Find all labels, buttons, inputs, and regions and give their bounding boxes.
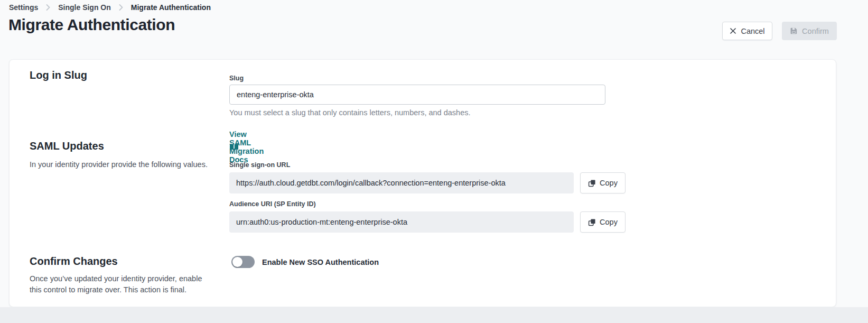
saml-updates-heading: SAML Updates xyxy=(30,140,104,152)
login-slug-heading: Log in Slug xyxy=(30,69,87,81)
audience-uri-field: urn:auth0:us-production-mt:enteng-enterp… xyxy=(229,211,574,233)
copy-icon xyxy=(588,179,596,187)
migrate-authentication-card: Log in Slug Slug You must select a slug … xyxy=(9,59,836,307)
copy-sso-url-button[interactable]: Copy xyxy=(580,172,626,193)
page-title: Migrate Authentication xyxy=(8,16,175,34)
save-icon xyxy=(790,27,798,35)
slug-input[interactable] xyxy=(229,85,605,105)
page-background-strip xyxy=(0,307,868,323)
copy-icon xyxy=(588,218,596,226)
docs-link-label: View SAML Migration Docs xyxy=(229,130,264,164)
copy-label: Copy xyxy=(600,179,618,187)
audience-uri-value: urn:auth0:us-production-mt:enteng-enterp… xyxy=(236,218,407,226)
confirm-changes-heading: Confirm Changes xyxy=(30,255,118,267)
copy-label: Copy xyxy=(600,218,618,226)
breadcrumb-migrate-authentication: Migrate Authentication xyxy=(131,3,211,12)
slug-help-text: You must select a slug that only contain… xyxy=(229,108,470,117)
confirm-changes-description: Once you’ve updated your identity provid… xyxy=(30,273,216,296)
chevron-right-icon xyxy=(119,4,123,11)
sso-url-field: https://auth.cloud.getdbt.com/login/call… xyxy=(229,172,574,193)
saml-updates-description: In your identity provider provide the fo… xyxy=(30,159,208,170)
toggle-knob xyxy=(232,257,242,267)
chevron-right-icon xyxy=(46,4,50,11)
slug-label: Slug xyxy=(229,75,244,82)
breadcrumb: Settings Single Sign On Migrate Authenti… xyxy=(9,3,211,12)
copy-audience-uri-button[interactable]: Copy xyxy=(580,211,626,233)
breadcrumb-settings[interactable]: Settings xyxy=(9,3,38,12)
cancel-button[interactable]: Cancel xyxy=(722,22,772,40)
confirm-label: Confirm xyxy=(802,27,829,35)
view-saml-migration-docs-link[interactable]: View SAML Migration Docs xyxy=(229,143,239,151)
confirm-button[interactable]: Confirm xyxy=(782,22,837,40)
enable-sso-toggle-row: Enable New SSO Authentication xyxy=(231,256,379,268)
audience-uri-label: Audience URI (SP Entity ID) xyxy=(229,200,316,208)
breadcrumb-single-sign-on[interactable]: Single Sign On xyxy=(58,3,111,12)
enable-sso-toggle[interactable] xyxy=(231,256,255,268)
enable-sso-toggle-label: Enable New SSO Authentication xyxy=(262,258,379,266)
x-icon xyxy=(730,27,736,34)
sso-url-label: Single sign-on URL xyxy=(229,161,290,169)
sso-url-value: https://auth.cloud.getdbt.com/login/call… xyxy=(236,179,506,187)
cancel-label: Cancel xyxy=(741,27,764,35)
